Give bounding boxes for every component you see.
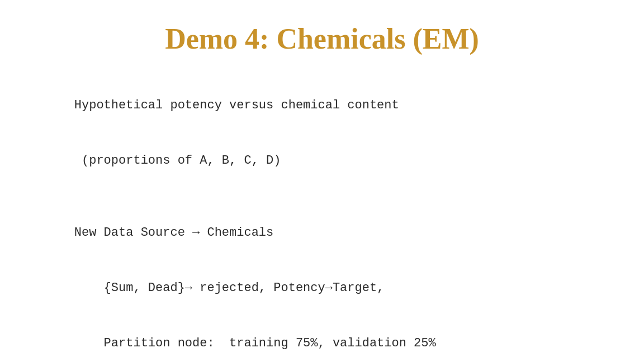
slide-container: Demo 4: Chemicals (EM) Hypothetical pote… — [0, 0, 644, 362]
desc-line2: (proportions of A, B, C, D) — [74, 154, 281, 168]
desc-line1: Hypothetical potency versus chemical con… — [74, 98, 399, 112]
instr-line3: Partition node: training 75%, validation… — [74, 336, 436, 350]
description-block: Hypothetical potency versus chemical con… — [45, 78, 399, 188]
instr-line2: {Sum, Dead}→ rejected, Potency→Target, — [74, 281, 385, 295]
instructions-block: New Data Source → Chemicals {Sum, Dead}→… — [45, 205, 436, 362]
instr-line1: New Data Source → Chemicals — [74, 226, 273, 240]
slide-title: Demo 4: Chemicals (EM) — [45, 22, 599, 55]
